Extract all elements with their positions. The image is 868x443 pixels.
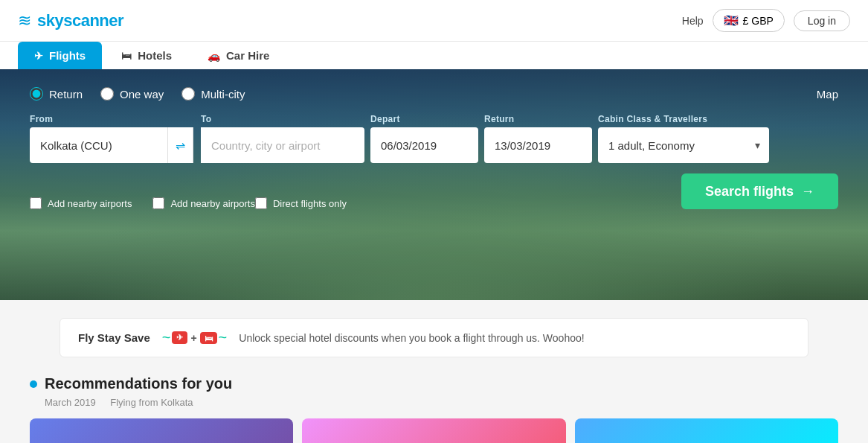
- cabin-select[interactable]: 1 adult, Economy: [598, 127, 769, 163]
- tab-hotels-label: Hotels: [138, 49, 172, 62]
- direct-only-checkbox[interactable]: [255, 197, 267, 209]
- logo-icon: ≋: [18, 11, 31, 31]
- radio-multi-city-label: Multi-city: [201, 88, 245, 101]
- from-input[interactable]: [30, 127, 167, 163]
- cabin-label: Cabin Class & Travellers: [598, 114, 769, 124]
- promo-flight-badge: ✈: [172, 331, 187, 344]
- swap-icon: ⇌: [176, 138, 185, 153]
- to-label: To: [201, 114, 364, 124]
- form-bottom-row: Add nearby airports Add nearby airports …: [30, 173, 838, 209]
- promo-banner: Fly Stay Save ~ ✈ + 🛏 ~ Unlock special h…: [60, 318, 808, 357]
- rec-dot-icon: [30, 380, 37, 388]
- to-field: To: [201, 114, 364, 163]
- map-link[interactable]: Map: [817, 88, 838, 101]
- rec-title: Recommendations for you: [45, 375, 232, 392]
- trip-types: Return One way Multi-city: [30, 87, 245, 101]
- promo-icon-area: ~ ✈ + 🛏 ~: [162, 329, 228, 346]
- checkboxes-row: Add nearby airports Add nearby airports: [30, 197, 255, 209]
- tab-car-hire[interactable]: 🚗 Car Hire: [191, 42, 286, 69]
- radio-multi-city[interactable]: Multi-city: [181, 87, 245, 101]
- currency-button[interactable]: 🇬🇧 £ GBP: [713, 9, 785, 32]
- tab-flights[interactable]: ✈ Flights: [18, 42, 102, 69]
- depart-label: Depart: [370, 114, 478, 124]
- radio-multi-city-input[interactable]: [181, 87, 195, 101]
- depart-field: Depart: [370, 114, 478, 163]
- currency-label: £ GBP: [743, 15, 774, 27]
- hero-section: Return One way Multi-city Map From: [0, 69, 868, 300]
- return-input[interactable]: [484, 127, 592, 163]
- rec-subtitle: March 2019 Flying from Kolkata: [45, 397, 838, 408]
- promo-plus-icon: +: [190, 332, 196, 344]
- nearby-from-checkbox-label[interactable]: Add nearby airports: [30, 197, 132, 209]
- rec-card-3[interactable]: [575, 418, 838, 443]
- return-field: Return: [484, 114, 592, 163]
- recommendations-section: Recommendations for you March 2019 Flyin…: [30, 375, 838, 443]
- search-arrow-icon: →: [801, 184, 814, 200]
- nearby-from-checkbox[interactable]: [30, 197, 42, 209]
- nearby-from-label: Add nearby airports: [48, 198, 132, 209]
- header: ≋ skyscanner Help 🇬🇧 £ GBP Log in: [0, 0, 868, 42]
- flag-icon: 🇬🇧: [724, 13, 739, 28]
- cabin-select-wrapper: 1 adult, Economy ▾: [598, 127, 769, 163]
- rec-subtitle-date: March 2019: [45, 397, 96, 408]
- car-icon: 🚗: [208, 50, 220, 62]
- swap-button[interactable]: ⇌: [167, 127, 193, 163]
- hero-content: Return One way Multi-city Map From: [30, 87, 838, 209]
- to-input[interactable]: [201, 127, 364, 163]
- tab-flights-label: Flights: [49, 49, 86, 62]
- direct-only-checkbox-label[interactable]: Direct flights only: [255, 197, 347, 209]
- nearby-to-checkbox-label[interactable]: Add nearby airports: [152, 197, 254, 209]
- nearby-to-label: Add nearby airports: [170, 198, 254, 209]
- search-flights-button[interactable]: Search flights →: [681, 173, 838, 209]
- promo-bold-text: Fly Stay Save: [78, 331, 150, 344]
- from-field: From ⇌: [30, 114, 201, 163]
- rec-card-1[interactable]: [30, 418, 293, 443]
- promo-squiggle-right: ~: [219, 329, 228, 346]
- direct-only-label: Direct flights only: [273, 198, 347, 209]
- radio-one-way[interactable]: One way: [100, 87, 164, 101]
- rec-header: Recommendations for you: [30, 375, 838, 392]
- search-flights-label: Search flights: [705, 184, 794, 200]
- help-link[interactable]: Help: [682, 15, 704, 27]
- header-right: Help 🇬🇧 £ GBP Log in: [682, 9, 850, 32]
- nav-tabs: ✈ Flights 🛏 Hotels 🚗 Car Hire: [0, 42, 868, 69]
- rec-subtitle-location: Flying from Kolkata: [110, 397, 193, 408]
- trip-type-row: Return One way Multi-city Map: [30, 87, 838, 101]
- tab-hotels[interactable]: 🛏 Hotels: [105, 42, 188, 69]
- radio-return[interactable]: Return: [30, 87, 83, 101]
- tab-car-hire-label: Car Hire: [226, 49, 269, 62]
- login-button[interactable]: Log in: [794, 10, 850, 31]
- rec-card-2[interactable]: [302, 418, 565, 443]
- promo-description: Unlock special hotel discounts when you …: [239, 332, 584, 344]
- search-form: From ⇌ To Depart Return: [30, 114, 838, 163]
- hotels-icon: 🛏: [121, 50, 132, 62]
- promo-squiggle-left: ~: [162, 329, 171, 346]
- radio-return-input[interactable]: [30, 87, 43, 101]
- flights-icon: ✈: [34, 50, 43, 62]
- logo-text: skyscanner: [37, 11, 123, 31]
- promo-hotel-badge: 🛏: [200, 332, 217, 344]
- cabin-field: Cabin Class & Travellers 1 adult, Econom…: [598, 114, 769, 163]
- return-label: Return: [484, 114, 592, 124]
- rec-cards: [30, 418, 838, 443]
- radio-one-way-label: One way: [120, 88, 164, 101]
- nearby-to-checkbox[interactable]: [152, 197, 164, 209]
- from-label: From: [30, 114, 201, 124]
- depart-input[interactable]: [370, 127, 478, 163]
- logo: ≋ skyscanner: [18, 11, 123, 31]
- radio-one-way-input[interactable]: [100, 87, 114, 101]
- search-btn-wrapper: Search flights →: [681, 173, 838, 209]
- radio-return-label: Return: [49, 88, 83, 101]
